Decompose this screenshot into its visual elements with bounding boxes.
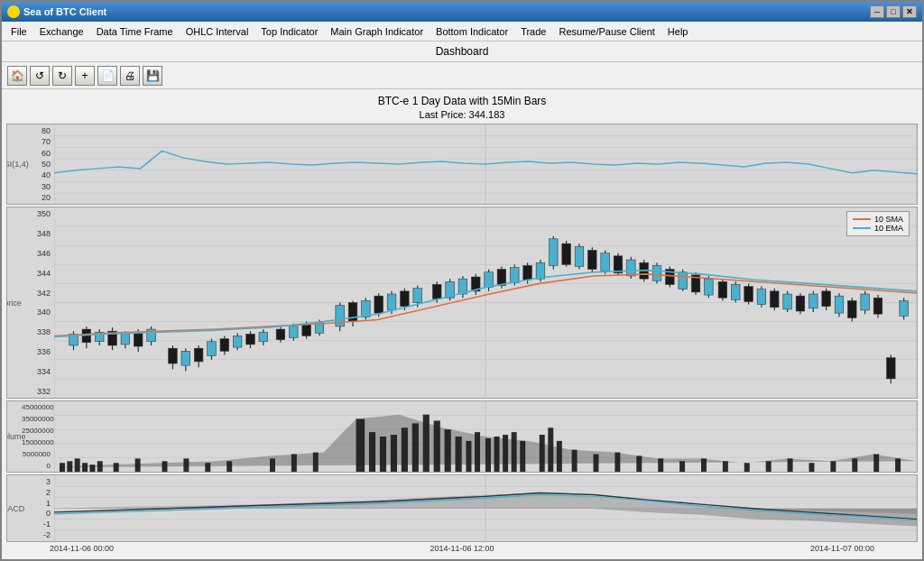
back-button[interactable]: ↺ <box>30 66 50 86</box>
svg-rect-41 <box>194 348 203 362</box>
menu-data-time-frame[interactable]: Data Time Frame <box>91 24 179 39</box>
svg-rect-105 <box>627 260 636 276</box>
sma-label: 10 SMA <box>874 215 903 224</box>
svg-rect-141 <box>861 294 870 310</box>
menu-resume-pause[interactable]: Resume/Pause Client <box>553 24 660 39</box>
minimize-button[interactable]: ─ <box>870 5 884 18</box>
ema-line-icon <box>853 227 871 229</box>
rsi-canvas <box>54 124 917 204</box>
svg-rect-139 <box>848 300 857 317</box>
macd-y-axis: MACD 3 2 1 0 -1 -2 <box>7 475 54 541</box>
dashboard-header: Dashboard <box>2 41 922 62</box>
refresh-button[interactable]: ↻ <box>52 66 72 86</box>
svg-rect-145 <box>887 358 896 379</box>
svg-rect-69 <box>387 294 396 310</box>
svg-rect-135 <box>822 291 831 307</box>
menu-help[interactable]: Help <box>662 24 694 39</box>
svg-rect-198 <box>723 461 728 472</box>
menu-trade[interactable]: Trade <box>515 24 551 39</box>
svg-rect-202 <box>809 463 815 472</box>
svg-rect-53 <box>276 329 285 340</box>
svg-rect-33 <box>134 333 143 346</box>
title-bar-left: Sea of BTC Client <box>7 5 106 18</box>
price-canvas: 10 SMA 10 EMA <box>54 207 917 398</box>
save-button[interactable]: 💾 <box>143 66 162 86</box>
svg-rect-95 <box>562 244 571 264</box>
svg-rect-156 <box>60 463 65 472</box>
volume-canvas <box>54 401 917 472</box>
svg-rect-127 <box>770 291 779 308</box>
svg-rect-93 <box>550 239 559 266</box>
svg-rect-63 <box>348 303 357 322</box>
svg-rect-91 <box>536 262 545 279</box>
svg-rect-85 <box>497 270 506 286</box>
svg-rect-65 <box>362 300 371 317</box>
svg-rect-131 <box>796 296 805 311</box>
svg-rect-159 <box>82 463 88 472</box>
toolbar: 🏠 ↺ ↻ + 📄 🖨 💾 <box>2 62 922 89</box>
svg-rect-203 <box>830 461 836 472</box>
macd-panel: MACD 3 2 1 0 -1 -2 <box>6 474 918 542</box>
svg-rect-157 <box>67 461 72 472</box>
svg-rect-117 <box>705 279 714 295</box>
svg-rect-125 <box>757 290 766 305</box>
page-button[interactable]: 📄 <box>97 66 117 86</box>
svg-rect-47 <box>233 336 242 347</box>
x-axis-labels: 2014-11-06 00:00 2014-11-06 12:00 2014-1… <box>6 542 918 555</box>
svg-rect-55 <box>290 326 299 338</box>
price-y-axis: price 350 348 346 344 342 340 338 336 33… <box>7 207 54 398</box>
home-button[interactable]: 🏠 <box>7 66 27 86</box>
maximize-button[interactable]: □ <box>886 5 901 18</box>
svg-rect-162 <box>114 463 119 472</box>
rsi-panel: RSI(1,4) 80 70 60 50 40 30 20 <box>6 124 918 205</box>
app-icon <box>7 5 20 18</box>
menu-bar: File Exchange Data Time Frame OHLC Inter… <box>2 22 922 41</box>
svg-rect-83 <box>485 272 494 288</box>
svg-rect-43 <box>208 342 217 356</box>
macd-canvas <box>54 475 917 541</box>
x-label-0: 2014-11-06 00:00 <box>50 544 114 553</box>
menu-main-graph-indicator[interactable]: Main Graph Indicator <box>325 24 429 39</box>
svg-rect-123 <box>744 287 753 302</box>
macd-label: MACD <box>6 504 24 513</box>
chart-title: BTC-e 1 Day Data with 15Min Bars <box>6 89 918 109</box>
volume-label: volume <box>6 432 26 441</box>
svg-rect-67 <box>374 296 383 313</box>
svg-rect-31 <box>121 333 130 345</box>
price-label: price <box>6 299 22 308</box>
menu-top-indicator[interactable]: Top Indicator <box>255 24 323 39</box>
svg-rect-109 <box>652 265 661 280</box>
dashboard-title: Dashboard <box>436 45 489 58</box>
rsi-y-axis: RSI(1,4) 80 70 60 50 40 30 20 <box>7 124 54 204</box>
svg-rect-101 <box>601 253 610 271</box>
svg-rect-200 <box>766 461 772 472</box>
svg-rect-75 <box>432 284 441 299</box>
menu-exchange[interactable]: Exchange <box>34 24 89 39</box>
menu-ohlc-interval[interactable]: OHLC Interval <box>180 24 254 39</box>
svg-rect-147 <box>900 300 909 316</box>
legend-sma: 10 SMA <box>853 215 903 224</box>
chart-legend: 10 SMA 10 EMA <box>846 211 910 236</box>
add-button[interactable]: + <box>75 66 95 86</box>
print-button[interactable]: 🖨 <box>120 66 140 86</box>
svg-rect-158 <box>75 458 80 472</box>
svg-rect-89 <box>523 265 532 280</box>
rsi-label: RSI(1,4) <box>6 160 29 169</box>
svg-rect-199 <box>744 463 750 472</box>
svg-rect-51 <box>259 332 268 342</box>
legend-ema: 10 EMA <box>853 224 903 233</box>
close-button[interactable]: ✕ <box>902 5 917 18</box>
svg-rect-57 <box>302 325 311 336</box>
price-panel: price 350 348 346 344 342 340 338 336 33… <box>6 207 918 399</box>
menu-bottom-indicator[interactable]: Bottom Indicator <box>430 24 513 39</box>
svg-rect-71 <box>401 291 410 307</box>
svg-rect-137 <box>835 296 844 313</box>
svg-rect-37 <box>169 348 178 363</box>
menu-file[interactable]: File <box>5 24 32 39</box>
svg-rect-73 <box>413 289 422 303</box>
charts-container: RSI(1,4) 80 70 60 50 40 30 20 <box>6 124 918 542</box>
svg-rect-45 <box>220 339 229 352</box>
svg-rect-39 <box>181 351 190 365</box>
svg-rect-87 <box>510 267 519 282</box>
svg-rect-49 <box>246 334 255 345</box>
